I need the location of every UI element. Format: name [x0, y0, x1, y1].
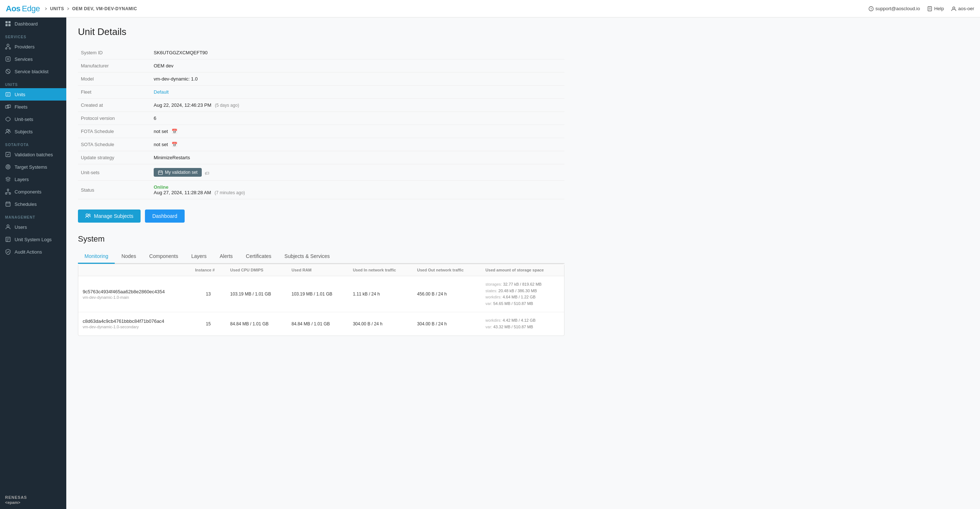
tab-nodes[interactable]: Nodes — [115, 250, 142, 264]
created-at-value: Aug 22, 2024, 12:46:23 PM (5 days ago) — [151, 99, 565, 112]
svg-rect-8 — [5, 24, 8, 26]
svg-point-26 — [6, 129, 8, 131]
fleet-label: Fleet — [78, 86, 151, 99]
units-section-label: UNITS — [0, 78, 66, 88]
support-link[interactable]: ? support@aoscloud.io — [869, 6, 920, 11]
sidebar-item-service-blacklist[interactable]: Service blacklist — [0, 65, 66, 78]
sidebar-item-providers[interactable]: Providers — [0, 40, 66, 53]
system-id-value: SK6UTGGZXCMQEFT90 — [151, 46, 565, 59]
sidebar-item-schedules[interactable]: Schedules — [0, 198, 66, 210]
detail-row-sota-schedule: SOTA Schedule not set 📅 — [78, 138, 565, 151]
audit-actions-icon — [5, 249, 11, 255]
providers-icon — [5, 44, 11, 49]
breadcrumb-units[interactable]: UNITS — [50, 6, 64, 11]
unit-sets-badge-text: My validation set — [165, 170, 197, 175]
manage-subjects-label: Manage Subjects — [94, 213, 133, 219]
created-at-ago: (5 days ago) — [215, 103, 239, 108]
row-storage: storages: 32.77 kB / 819.62 MBstates: 20… — [481, 276, 564, 312]
user-menu[interactable]: aos-oer — [951, 6, 974, 11]
sota-calendar-icon[interactable]: 📅 — [172, 142, 177, 147]
tag-icon[interactable]: 🏷 — [205, 171, 209, 176]
components-icon — [5, 189, 11, 195]
row-id-cell: 9c5763c4934f465aa62b8e2860ec4354 vm-dev-… — [78, 276, 191, 312]
sidebar-item-subjects-label: Subjects — [14, 129, 33, 134]
fota-calendar-icon[interactable]: 📅 — [172, 129, 177, 134]
sidebar-item-fleets-label: Fleets — [14, 104, 27, 110]
row-cpu: 84.84 MB / 1.01 GB — [226, 312, 287, 335]
svg-text:?: ? — [870, 7, 872, 11]
user-icon — [951, 6, 956, 11]
service-blacklist-icon — [5, 69, 11, 74]
row-storage: workdirs: 4.42 MB / 4.12 GBvar: 43.32 MB… — [481, 312, 564, 335]
sidebar-item-subjects[interactable]: Subjects — [0, 125, 66, 138]
tab-components[interactable]: Components — [143, 250, 185, 264]
svg-rect-48 — [158, 171, 162, 174]
row-instance: 15 — [191, 312, 226, 335]
svg-marker-25 — [6, 117, 10, 121]
fleet-link[interactable]: Default — [154, 89, 169, 95]
row-instance: 13 — [191, 276, 226, 312]
sidebar-item-units[interactable]: Units — [0, 88, 66, 101]
svg-rect-33 — [7, 189, 9, 191]
svg-point-11 — [5, 48, 7, 49]
sidebar-item-layers-label: Layers — [14, 177, 29, 182]
svg-rect-28 — [6, 152, 10, 157]
tab-certificates[interactable]: Certificates — [239, 250, 278, 264]
fleet-value: Default — [151, 86, 565, 99]
tab-layers[interactable]: Layers — [185, 250, 213, 264]
sidebar-item-target-systems[interactable]: Target Systems — [0, 161, 66, 173]
svg-rect-2 — [928, 6, 932, 11]
table-row: 9c5763c4934f465aa62b8e2860ec4354 vm-dev-… — [78, 276, 564, 312]
system-tabs: Monitoring Nodes Components Layers Alert… — [78, 250, 565, 264]
sidebar-item-components[interactable]: Components — [0, 185, 66, 198]
detail-row-manufacturer: Manufacturer OEM dev — [78, 59, 565, 72]
status-date: Aug 27, 2024, 11:28:28 AM — [154, 190, 211, 195]
status-online: Online — [154, 184, 562, 190]
status-value: Online Aug 27, 2024, 11:28:28 AM (7 minu… — [151, 181, 565, 199]
sidebar-item-unit-system-logs-label: Unit System Logs — [14, 237, 52, 242]
validation-batches-icon — [5, 152, 11, 157]
sidebar-item-validation-batches[interactable]: Validation batches — [0, 148, 66, 161]
created-at-label: Created at — [78, 99, 151, 112]
help-link[interactable]: Help — [927, 6, 944, 11]
svg-rect-20 — [6, 93, 10, 96]
sidebar-item-dashboard[interactable]: Dashboard — [0, 18, 66, 30]
created-at-date: Aug 22, 2024, 12:46:23 PM — [154, 102, 211, 108]
sidebar-item-fleets[interactable]: Fleets — [0, 101, 66, 113]
target-systems-icon — [5, 164, 11, 170]
monitoring-table-wrap: Instance # Used CPU DMIPS Used RAM Used … — [78, 264, 565, 336]
breadcrumb-unit: OEM DEV, VM-DEV-DYNAMIC — [72, 6, 137, 11]
status-label: Status — [78, 181, 151, 199]
fota-schedule-label: FOTA Schedule — [78, 125, 151, 138]
col-net-out: Used Out network traffic — [413, 264, 481, 276]
unit-details-table: System ID SK6UTGGZXCMQEFT90 Manufacturer… — [78, 46, 565, 199]
schedules-icon — [5, 201, 11, 207]
sidebar-item-audit-actions[interactable]: Audit Actions — [0, 246, 66, 258]
sidebar-item-unit-system-logs[interactable]: Unit System Logs — [0, 233, 66, 246]
sidebar-item-layers[interactable]: Layers — [0, 173, 66, 185]
sidebar-item-unit-sets[interactable]: Unit-sets — [0, 113, 66, 125]
tab-alerts[interactable]: Alerts — [213, 250, 239, 264]
help-circle-icon: ? — [869, 6, 873, 11]
table-header-row: Instance # Used CPU DMIPS Used RAM Used … — [78, 264, 564, 276]
svg-line-38 — [8, 192, 10, 193]
sidebar-item-services[interactable]: Services — [0, 53, 66, 65]
tab-subjects-services[interactable]: Subjects & Services — [278, 250, 337, 264]
manage-subjects-button[interactable]: Manage Subjects — [78, 209, 141, 223]
manufacturer-label: Manufacturer — [78, 59, 151, 72]
support-email: support@aoscloud.io — [875, 6, 920, 11]
sidebar-item-providers-label: Providers — [14, 44, 35, 49]
svg-rect-34 — [5, 193, 7, 194]
sidebar-item-users[interactable]: Users — [0, 221, 66, 233]
dashboard-button[interactable]: Dashboard — [145, 209, 185, 223]
monitoring-table: Instance # Used CPU DMIPS Used RAM Used … — [78, 264, 564, 335]
tab-monitoring[interactable]: Monitoring — [78, 250, 115, 264]
sota-fota-section-label: SOTA/FOTA — [0, 138, 66, 148]
svg-marker-32 — [6, 177, 10, 179]
sidebar-footer-logos: RENESAS <epam> — [5, 495, 61, 505]
users-icon — [5, 224, 11, 230]
svg-point-31 — [8, 166, 8, 167]
unit-sets-badge[interactable]: My validation set — [154, 168, 202, 177]
col-instance: Instance # — [191, 264, 226, 276]
main-content: Unit Details System ID SK6UTGGZXCMQEFT90… — [66, 18, 980, 509]
